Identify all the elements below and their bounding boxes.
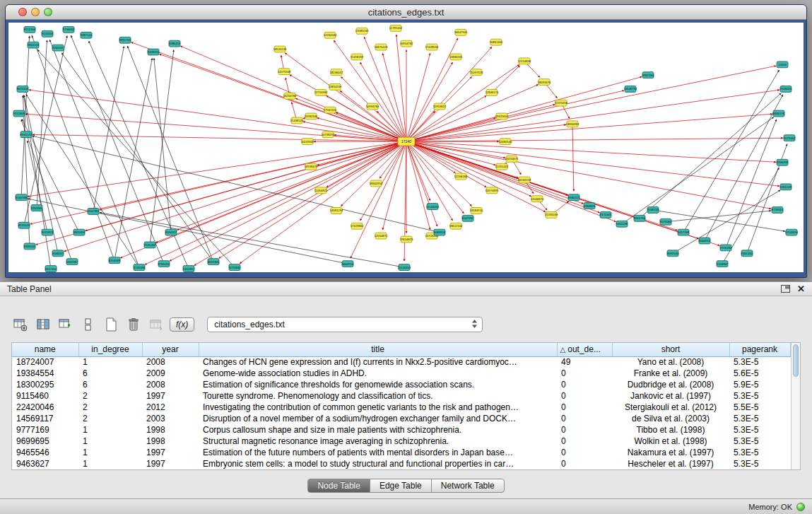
graph-node[interactable]: 15145453 [398,264,411,271]
table-cell[interactable]: 0 [557,458,612,469]
table-cell[interactable]: 2003 [142,413,199,424]
graph-node[interactable]: 9152608 [13,110,25,117]
table-cell[interactable]: 9777169 [12,424,78,436]
column-header-title[interactable]: title [199,343,557,356]
graph-node[interactable]: 10974893 [486,187,499,194]
table-cell[interactable]: 0 [557,436,612,447]
graph-node[interactable]: 9130586 [134,264,146,271]
table-row[interactable]: 2242004622012Investigating the contribut… [12,402,790,413]
graph-node[interactable]: 9364820 [584,203,596,209]
table-cell[interactable]: de Silva et al. (2003) [612,413,729,424]
table-cell[interactable]: 2008 [142,379,199,390]
table-cell[interactable]: 0 [557,368,612,379]
graph-node[interactable]: 17085243 [355,28,369,34]
graph-node[interactable]: 9465128 [780,184,792,190]
graph-node[interactable]: 19325607 [495,113,509,119]
table-cell[interactable]: Estimation of significance thresholds fo… [199,379,557,390]
graph-node[interactable]: 12103054 [785,229,799,235]
graph-node[interactable]: 8692540 [667,250,679,257]
graph-node[interactable]: 18520139 [273,46,287,52]
delete-table-icon[interactable] [124,315,143,334]
table-cell[interactable]: 1997 [142,447,199,458]
graph-node[interactable]: 13210675 [505,156,519,162]
graph-node[interactable]: 15982346 [305,113,318,119]
graph-node[interactable]: 8570129 [18,222,30,228]
graph-node[interactable]: 11795402 [389,25,403,31]
graph-node[interactable]: 9318024 [780,86,792,92]
graph-node[interactable]: 9573402 [784,135,796,141]
show-columns-icon[interactable] [34,315,52,334]
graph-node[interactable]: 8172405 [600,211,612,218]
table-cell[interactable]: 5.3E-5 [729,458,790,469]
table-cell[interactable]: 5.3E-5 [729,424,790,436]
table-cell[interactable]: 0 [557,424,612,436]
table-cell[interactable]: 5.3E-5 [729,447,790,458]
table-cell[interactable]: Tibbo et al. (1998) [612,424,729,436]
table-cell[interactable]: 1997 [142,458,199,469]
zoom-window-button[interactable] [44,8,52,16]
table-row[interactable]: 911546021997Tourette syndrome. Phenomeno… [12,390,790,402]
graph-node[interactable]: 12206184 [454,173,468,180]
table-cell[interactable]: 2 [78,413,142,424]
graph-node[interactable]: 9123458 [42,30,54,37]
graph-node[interactable]: 13684205 [449,54,463,60]
graph-node[interactable]: 10861305 [490,39,503,45]
table-cell[interactable]: 9699695 [12,436,78,447]
graph-node[interactable]: 15953827 [433,103,447,110]
table-cell[interactable]: 2012 [142,402,199,413]
table-cell[interactable]: 0 [557,402,612,413]
graph-node[interactable]: 8265947 [52,45,64,51]
graph-node[interactable]: 8673205 [17,86,29,92]
graph-node[interactable]: 9587120 [81,32,93,38]
table-cell[interactable]: 5.3E-5 [729,390,790,402]
graph-node[interactable]: 12260584 [324,32,337,38]
column-header-year[interactable]: year [142,343,199,356]
table-cell[interactable]: 0 [557,447,612,458]
graph-node[interactable]: 8206498 [777,159,789,165]
table-cell[interactable]: 1 [78,436,142,447]
graph-node[interactable]: 16162518 [518,177,531,183]
table-cell[interactable]: Corpus callosum shape and size in male p… [199,424,557,436]
table-cell[interactable]: 5.3E-5 [729,356,790,368]
table-cell[interactable]: 19384554 [12,368,78,379]
column-header-name[interactable]: name [12,343,78,356]
table-cell[interactable]: Estimation of the future numbers of pati… [199,447,557,458]
graph-node[interactable]: 14850983 [566,121,579,127]
graph-node[interactable]: 11973458 [555,100,568,106]
table-cell[interactable]: 1 [78,458,142,469]
graph-node[interactable]: 18246057 [330,69,343,76]
column-header-out_de[interactable]: △out_de... [557,343,612,356]
graph-node[interactable]: 10994783 [366,103,379,110]
table-mode-icon[interactable] [11,315,30,334]
table-cell[interactable]: 1997 [142,390,199,402]
graph-node[interactable]: 10954782 [400,40,413,47]
table-cell[interactable]: 5.9E-5 [729,379,790,390]
graph-node[interactable]: 13854209 [329,84,342,90]
table-cell[interactable]: 1 [78,356,142,368]
table-row[interactable]: 946554611997Estimation of the future num… [12,447,790,458]
table-cell[interactable]: Genome-wide association studies in ADHD. [199,368,557,379]
graph-node[interactable]: 16584910 [470,208,483,214]
table-cell[interactable]: 5.5E-5 [729,402,790,413]
table-cell[interactable]: Jankovic et al. (1997) [612,390,729,402]
graph-node[interactable]: 16870423 [375,44,388,50]
graph-node[interactable]: 8428051 [148,49,160,55]
network-canvas[interactable]: 1724012482540112514231097489316584910186… [8,23,804,272]
table-cell[interactable]: Tourette syndrome. Phenomenology and cla… [199,390,557,402]
table-cell[interactable]: 49 [557,356,612,368]
table-cell[interactable]: Yano et al. (2008) [612,356,729,368]
graph-node[interactable]: 9248159 [647,207,659,214]
graph-node[interactable]: 18302954 [370,180,383,187]
table-scrollbar-thumb[interactable] [793,344,799,377]
graph-node[interactable]: 12054871 [375,233,388,239]
graph-node[interactable]: 9531264 [144,242,156,248]
graph-node[interactable]: 9015873 [42,229,54,235]
graph-node[interactable]: 16938471 [305,163,318,170]
graph-node[interactable]: 9804153 [28,42,40,48]
table-cell[interactable]: Wolkin et al. (1998) [612,436,729,447]
graph-node[interactable]: 15265049 [545,211,558,218]
table-cell[interactable]: 22420046 [12,402,78,413]
graph-node[interactable]: 9642087 [66,259,78,265]
table-cell[interactable]: 5.3E-5 [729,413,790,424]
table-cell[interactable]: 5.6E-5 [729,368,790,379]
